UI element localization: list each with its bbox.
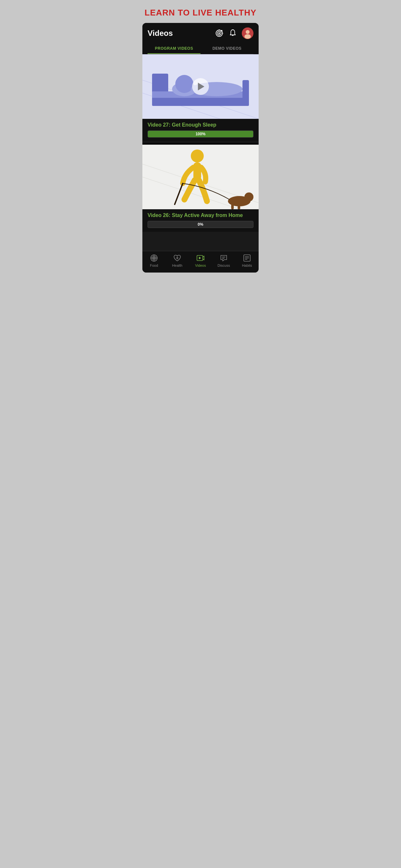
nav-label-food: Food <box>150 264 158 268</box>
progress-label-27: 100% <box>196 132 206 136</box>
svg-marker-34 <box>199 257 201 259</box>
svg-point-2 <box>219 33 220 34</box>
page-title: LEARN TO LIVE HEALTHY <box>145 8 257 18</box>
nav-label-health: Health <box>172 264 182 268</box>
food-icon <box>150 254 158 262</box>
user-avatar[interactable] <box>242 27 253 39</box>
habits-icon <box>243 254 251 262</box>
target-icon[interactable] <box>215 29 224 38</box>
progress-label-26: 0% <box>197 222 203 227</box>
svg-point-21 <box>191 150 204 162</box>
progress-bar-26: 0% <box>148 221 253 228</box>
nav-item-discuss[interactable]: Discuss <box>212 254 235 268</box>
nav-label-discuss: Discuss <box>218 264 230 268</box>
svg-rect-12 <box>152 73 168 106</box>
video-card-26: Video 26: Stay Active Away from Home 0% <box>143 145 258 232</box>
tab-program-videos[interactable]: PROGRAM VIDEOS <box>148 43 201 54</box>
header-icons <box>215 27 253 39</box>
nav-item-food[interactable]: Food <box>143 254 166 268</box>
svg-rect-27 <box>238 205 240 209</box>
svg-point-32 <box>153 257 155 259</box>
video-title-27: Video 27: Get Enough Sleep <box>148 122 253 128</box>
discuss-icon <box>220 254 228 262</box>
nav-label-habits: Habits <box>242 264 252 268</box>
nav-item-health[interactable]: Health <box>166 254 189 268</box>
app-header: Videos <box>143 23 258 54</box>
header-title: Videos <box>148 29 173 38</box>
svg-rect-17 <box>243 80 249 106</box>
svg-point-15 <box>175 75 193 93</box>
video-info-27: Video 27: Get Enough Sleep 100% <box>143 119 258 142</box>
video-info-26: Video 26: Stay Active Away from Home 0% <box>143 209 258 232</box>
svg-rect-26 <box>231 205 234 209</box>
svg-point-1 <box>217 31 221 35</box>
progress-bar-27: 100% <box>148 130 253 137</box>
nav-label-videos: Videos <box>195 264 206 268</box>
svg-point-6 <box>246 30 250 34</box>
video-title-26: Video 26: Stay Active Away from Home <box>148 213 253 218</box>
health-icon <box>173 254 181 262</box>
bell-icon[interactable] <box>228 29 237 38</box>
tab-demo-videos[interactable]: DEMO VIDEOS <box>201 43 253 54</box>
phone-container: LEARN TO LIVE HEALTHY Videos <box>137 0 264 273</box>
play-button-27[interactable] <box>192 78 209 95</box>
bottom-nav: Food Health <box>143 251 258 273</box>
video-list: Video 27: Get Enough Sleep 100% <box>143 54 258 251</box>
svg-point-7 <box>244 34 251 39</box>
video-thumbnail-27[interactable] <box>143 54 258 119</box>
svg-point-25 <box>244 192 253 202</box>
video-card-27: Video 27: Get Enough Sleep 100% <box>143 54 258 142</box>
nav-item-habits[interactable]: Habits <box>235 254 258 268</box>
videos-icon <box>196 254 205 262</box>
video-tabs: PROGRAM VIDEOS DEMO VIDEOS <box>148 43 253 54</box>
app-card: Videos <box>143 23 258 273</box>
nav-item-videos[interactable]: Videos <box>189 254 212 268</box>
video-thumbnail-26[interactable] <box>143 145 258 209</box>
